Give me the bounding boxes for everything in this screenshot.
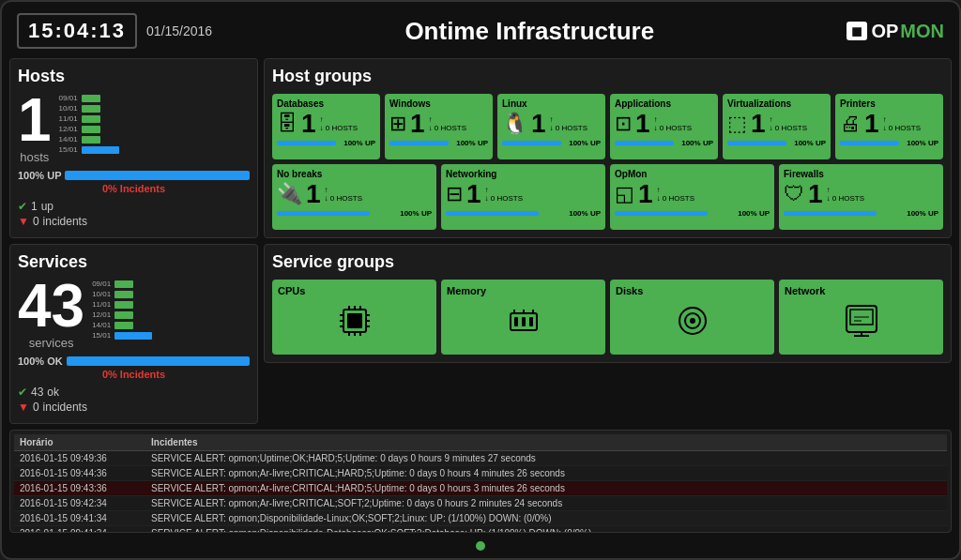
hosts-incidents-label: incidents <box>43 215 87 228</box>
hosts-incidents-count: 0 <box>33 215 39 228</box>
service-groups-grid: CPUs <box>272 280 943 355</box>
disks-icon <box>616 302 769 347</box>
windows-icon: ⊞ <box>389 112 406 136</box>
service-groups-panel: Service groups CPUs <box>264 244 952 363</box>
host-group-virtualizations[interactable]: Virtualizations ⬚ 1 ↑↓ 0 HOSTS 100% UP <box>723 94 831 159</box>
hosts-stat-rows: ✔ 1 up ▼ 0 incidents <box>18 200 250 228</box>
service-group-network[interactable]: Network <box>779 280 943 355</box>
services-ok-progress-bg <box>67 356 250 366</box>
date-display: 01/15/2016 <box>146 23 212 38</box>
services-panel-title: Services <box>18 252 250 272</box>
bottom-indicator <box>9 538 952 551</box>
hosts-panel-body: 1 hosts 09/01 10/01 11/01 12/01 14/01 15… <box>18 90 250 164</box>
services-ok-progress-row: 100% OK <box>18 356 250 367</box>
svg-rect-16 <box>522 317 526 326</box>
service-group-cpus[interactable]: CPUs <box>272 280 436 355</box>
hosts-incidents-row: ▼ 0 incidents <box>18 215 250 228</box>
services-up-arrow-icon: ✔ <box>18 386 27 399</box>
services-ok-progress-fill <box>67 356 250 366</box>
up-arrow-icon: ✔ <box>18 200 27 213</box>
services-big-number: 43 <box>18 276 84 336</box>
host-group-opmon[interactable]: OpMon ◱ 1 ↑↓ 0 HOSTS 100% UP <box>610 164 774 230</box>
col-incidentes: Incidentes <box>145 434 947 451</box>
left-panels: Hosts 1 hosts 09/01 10/01 11/01 12/01 14… <box>9 58 258 424</box>
host-group-databases[interactable]: Databases 🗄 1 ↑↓ 0 HOSTS 100% UP <box>272 94 380 159</box>
memory-icon <box>447 302 600 347</box>
logo-op: OP <box>871 21 898 42</box>
service-group-memory[interactable]: Memory <box>441 280 605 355</box>
service-groups-title: Service groups <box>272 252 943 272</box>
services-incidents-count: 0 <box>33 401 39 414</box>
services-incidents-pct-label: 0% Incidents <box>18 369 250 380</box>
main-content: Hosts 1 hosts 09/01 10/01 11/01 12/01 14… <box>9 58 952 424</box>
table-row: 2016-01-15 09:49:36SERVICE ALERT: opmon;… <box>14 451 947 466</box>
host-group-linux[interactable]: Linux 🐧 1 ↑↓ 0 HOSTS 100% UP <box>497 94 605 159</box>
incidents-table: Horário Incidentes 2016-01-15 09:49:36SE… <box>14 434 947 533</box>
clock-display: 15:04:13 <box>17 13 137 49</box>
right-panels: Host groups Databases 🗄 1 ↑↓ 0 HOSTS 100… <box>264 58 952 424</box>
services-big-number-label: services <box>29 336 74 350</box>
header-time: 15:04:13 01/15/2016 <box>17 13 212 49</box>
host-group-firewalls[interactable]: Firewalls 🛡 1 ↑↓ 0 HOSTS 100% UP <box>779 164 943 230</box>
hosts-panel-title: Hosts <box>18 67 250 86</box>
main-container: 15:04:13 01/15/2016 Ontime Infrastructur… <box>0 0 961 560</box>
host-groups-panel: Host groups Databases 🗄 1 ↑↓ 0 HOSTS 100… <box>264 58 952 238</box>
nobreaks-icon: 🔌 <box>277 182 302 206</box>
services-ok-label: ok <box>47 386 59 399</box>
services-ok-count: 43 <box>31 386 43 399</box>
services-incidents-row: ▼ 0 incidents <box>18 401 250 414</box>
hosts-panel: Hosts 1 hosts 09/01 10/01 11/01 12/01 14… <box>9 58 258 238</box>
applications-icon: ⊡ <box>615 112 632 136</box>
services-incidents-label: incidents <box>43 401 87 414</box>
status-dot <box>476 541 485 551</box>
host-group-networking[interactable]: Networking ⊟ 1 ↑↓ 0 HOSTS 100% UP <box>441 164 605 230</box>
host-groups-title: Host groups <box>272 67 943 86</box>
hosts-up-progress-fill <box>65 171 250 180</box>
databases-icon: 🗄 <box>277 112 297 136</box>
services-ok-row: ✔ 43 ok <box>18 386 250 399</box>
host-groups-grid-row2: No breaks 🔌 1 ↑↓ 0 HOSTS 100% UP Network… <box>272 164 943 230</box>
table-row: 2016-01-15 09:43:36SERVICE ALERT: opmon;… <box>14 481 947 496</box>
svg-point-23 <box>690 318 695 324</box>
services-progress-section: 100% OK 0% Incidents ✔ 43 ok ▼ <box>18 356 250 414</box>
hosts-big-number: 1 <box>18 90 52 150</box>
opmon-icon: ◱ <box>615 182 634 206</box>
virtualizations-icon: ⬚ <box>727 112 747 136</box>
host-group-printers[interactable]: Printers 🖨 1 ↑↓ 0 HOSTS 100% UP <box>835 94 943 159</box>
network-icon <box>785 302 938 347</box>
col-horario: Horário <box>14 434 145 451</box>
firewalls-icon: 🛡 <box>784 182 804 206</box>
hosts-up-pct-label: 100% UP <box>18 170 61 181</box>
hosts-up-progress-row: 100% UP <box>18 170 250 181</box>
logo-mon: MON <box>900 21 944 42</box>
service-group-disks[interactable]: Disks <box>610 280 774 355</box>
table-row: 2016-01-15 09:44:36SERVICE ALERT: opmon;… <box>14 466 947 481</box>
logo-icon: ◼ <box>847 22 867 40</box>
table-row: 2016-01-15 09:41:34SERVICE ALERT: opmon;… <box>14 526 947 534</box>
hosts-number-col: 1 hosts <box>18 90 52 164</box>
services-stat-rows: ✔ 43 ok ▼ 0 incidents <box>18 386 250 414</box>
hosts-up-row: ✔ 1 up <box>18 200 250 213</box>
host-group-windows[interactable]: Windows ⊞ 1 ↑↓ 0 HOSTS 100% UP <box>385 94 493 159</box>
logo: ◼ OP MON <box>847 21 944 42</box>
cpus-icon <box>278 302 431 347</box>
hosts-progress-section: 100% UP 0% Incidents ✔ 1 up ▼ <box>18 170 250 228</box>
services-chart-bars: 09/01 10/01 11/01 12/01 14/01 15/01 <box>88 280 152 340</box>
svg-rect-17 <box>529 317 533 326</box>
svg-rect-15 <box>514 317 518 326</box>
hosts-up-count: 1 <box>31 200 38 213</box>
services-ok-pct-label: 100% OK <box>18 356 63 367</box>
down-arrow-icon: ▼ <box>18 215 29 228</box>
host-group-applications[interactable]: Applications ⊡ 1 ↑↓ 0 HOSTS 100% UP <box>610 94 718 159</box>
table-row: 2016-01-15 09:41:34SERVICE ALERT: opmon;… <box>14 511 947 526</box>
host-group-nobreaks[interactable]: No breaks 🔌 1 ↑↓ 0 HOSTS 100% UP <box>272 164 436 230</box>
svg-rect-1 <box>347 313 362 328</box>
header: 15:04:13 01/15/2016 Ontime Infrastructur… <box>9 9 952 53</box>
table-row: 2016-01-15 09:42:34SERVICE ALERT: opmon;… <box>14 496 947 511</box>
services-number-col: 43 services <box>18 276 84 350</box>
networking-icon: ⊟ <box>446 182 463 206</box>
services-down-arrow-icon: ▼ <box>18 401 29 414</box>
linux-icon: 🐧 <box>502 112 527 136</box>
hosts-up-label: up <box>41 200 53 213</box>
services-panel-body: 43 services 09/01 10/01 11/01 12/01 14/0… <box>18 276 250 350</box>
